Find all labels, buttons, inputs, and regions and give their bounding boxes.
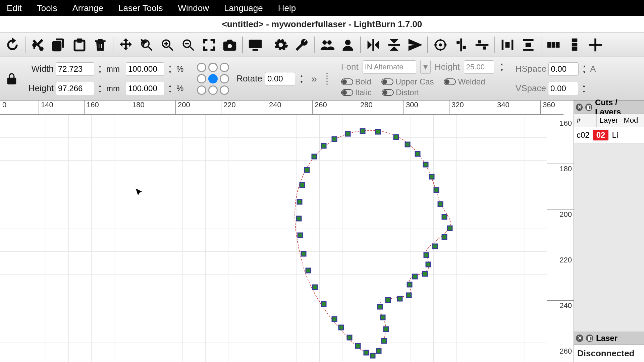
popout-icon[interactable]: ◧ [585, 104, 592, 111]
redo-icon[interactable] [3, 35, 22, 55]
expand-icon[interactable]: » [311, 73, 317, 84]
origin-ml[interactable] [197, 74, 206, 83]
ruler-h-tick: 340 [495, 101, 509, 115]
col-number[interactable]: # [574, 114, 597, 127]
vspace-spinner[interactable]: ▴▾ [580, 82, 588, 95]
width-label: Width [23, 64, 54, 74]
height-spinner[interactable]: ▴▾ [96, 82, 104, 95]
width-spinner[interactable]: ▴▾ [96, 63, 104, 75]
rotate-spinner[interactable]: ▴▾ [298, 73, 305, 85]
hspace-spinner[interactable]: ▴▾ [581, 63, 588, 75]
menu-laser-tools[interactable]: Laser Tools [118, 3, 163, 13]
col-mode[interactable]: Mod [621, 114, 644, 127]
distribute-horizontal-icon[interactable] [498, 35, 517, 55]
cuts-layers-columns: # Layer Mod [574, 114, 644, 127]
ruler-v-tick: 200 [547, 209, 574, 220]
popout-icon[interactable]: ◧ [586, 335, 593, 342]
origin-tl[interactable] [197, 63, 206, 72]
vspace-input[interactable] [548, 82, 578, 95]
svg-rect-44 [407, 282, 412, 287]
lock-aspect-button[interactable] [3, 69, 20, 89]
canvas[interactable]: 0 140 160 180 200 220 240 260 280 300 32… [0, 101, 574, 362]
target-icon[interactable] [431, 35, 450, 55]
flip-vertical-icon[interactable] [384, 35, 404, 55]
origin-bl[interactable] [197, 85, 206, 95]
zoom-select-icon[interactable] [137, 35, 156, 55]
height-percent-input[interactable] [126, 82, 164, 95]
width-input[interactable] [56, 62, 94, 76]
svg-rect-54 [434, 188, 439, 192]
origin-mr[interactable] [220, 74, 229, 83]
origin-center[interactable] [208, 74, 218, 83]
bold-toggle[interactable]: Bold [341, 77, 371, 86]
cut-icon[interactable] [28, 35, 48, 55]
zoom-frame-icon[interactable] [199, 35, 219, 55]
svg-rect-16 [376, 129, 380, 134]
person-icon[interactable] [338, 35, 358, 55]
paste-icon[interactable] [70, 35, 89, 55]
distort-toggle[interactable]: Distort [382, 88, 419, 97]
svg-rect-41 [386, 298, 390, 302]
origin-br[interactable] [220, 85, 229, 95]
origin-bc[interactable] [208, 85, 218, 95]
gear-icon[interactable] [271, 35, 290, 55]
hspace-input[interactable] [548, 62, 579, 76]
array-vertical-icon[interactable] [565, 35, 584, 55]
height-percent-spinner[interactable]: ▴▾ [166, 82, 174, 95]
camera-icon[interactable] [220, 35, 239, 55]
menu-edit[interactable]: Edit [7, 3, 22, 13]
close-icon[interactable]: ✕ [576, 335, 583, 342]
svg-point-14 [594, 44, 596, 46]
font-select[interactable] [363, 60, 416, 74]
menu-help[interactable]: Help [278, 3, 296, 13]
close-icon[interactable]: ✕ [576, 104, 583, 111]
align-vertical-icon[interactable] [451, 35, 471, 55]
width-percent-input[interactable] [126, 62, 164, 76]
zoom-out-icon[interactable] [178, 35, 198, 55]
move-icon[interactable] [116, 35, 136, 55]
selected-path-head-profile[interactable] [285, 127, 460, 362]
svg-rect-22 [300, 183, 305, 187]
font-height-spinner[interactable]: ▴▾ [498, 61, 505, 73]
italic-toggle[interactable]: Italic [341, 88, 372, 97]
svg-rect-58 [405, 142, 410, 147]
laser-panel-header[interactable]: ✕ ◧ Laser [574, 331, 644, 345]
copy-icon[interactable] [49, 35, 68, 55]
monitor-icon[interactable] [246, 35, 265, 55]
origin-selector[interactable] [197, 63, 229, 95]
distribute-vertical-icon[interactable] [519, 35, 538, 55]
menu-language[interactable]: Language [224, 3, 263, 13]
welded-toggle[interactable]: Welded [444, 77, 485, 86]
height-unit: mm [106, 84, 120, 93]
align-horizontal-icon[interactable] [472, 35, 492, 55]
origin-tr[interactable] [220, 63, 229, 72]
menu-arrange[interactable]: Arrange [72, 3, 104, 13]
layer-row-c02[interactable]: c02 02 Li [574, 127, 644, 143]
origin-tc[interactable] [208, 63, 218, 72]
font-height-input[interactable] [464, 60, 494, 74]
rotate-label: Rotate [236, 73, 262, 84]
cursor-icon [134, 188, 144, 197]
menu-window[interactable]: Window [178, 3, 209, 13]
array-horizontal-icon[interactable] [544, 35, 564, 55]
send-icon[interactable] [405, 35, 425, 55]
menu-tools[interactable]: Tools [37, 3, 57, 13]
flip-horizontal-icon[interactable] [364, 35, 383, 55]
svg-rect-27 [306, 268, 311, 273]
col-layer[interactable]: Layer [597, 114, 621, 127]
ruler-h-tick: 0 [0, 101, 6, 115]
layer-color-swatch[interactable]: 02 [593, 130, 609, 140]
svg-rect-37 [382, 339, 386, 343]
wrench-icon[interactable] [292, 35, 311, 55]
zoom-in-icon[interactable] [158, 35, 177, 55]
trash-icon[interactable] [91, 35, 110, 55]
group-people-icon[interactable] [317, 35, 337, 55]
font-dropdown-icon[interactable]: ▾ [420, 60, 431, 74]
width-percent-spinner[interactable]: ▴▾ [166, 63, 174, 75]
center-icon[interactable] [586, 35, 605, 55]
cuts-layers-panel-header[interactable]: ✕ ◧ Cuts / Layers [574, 101, 644, 114]
height-input[interactable] [56, 82, 94, 95]
rotate-input[interactable] [265, 72, 295, 85]
ruler-v-tick: 220 [547, 255, 574, 265]
uppercase-toggle[interactable]: Upper Cas [381, 77, 434, 86]
